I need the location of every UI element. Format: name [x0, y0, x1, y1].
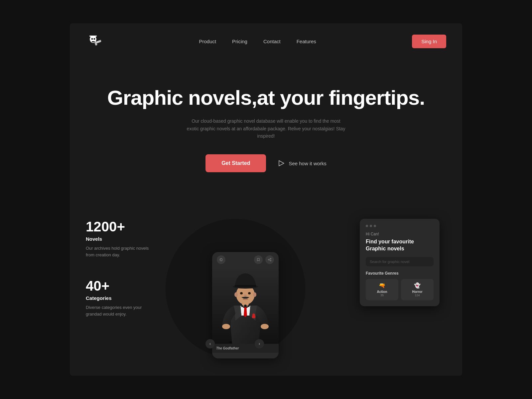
app-card-genres-title: Favourite Genres: [366, 271, 434, 276]
svg-point-8: [100, 40, 101, 41]
svg-rect-2: [89, 36, 97, 37]
svg-point-3: [91, 38, 93, 40]
hero-section: Graphic novels,at your fingertips. Our c…: [70, 59, 462, 192]
dot-2: [370, 225, 372, 227]
play-icon: [278, 160, 285, 167]
hero-buttons: Get Started See how it works: [86, 154, 446, 172]
svg-point-29: [249, 293, 250, 294]
stat-novels: 1200+ Novels Our archives hold graphic n…: [86, 219, 186, 258]
svg-point-19: [252, 314, 255, 316]
svg-point-13: [270, 260, 271, 261]
genre-horror-name: Horror: [404, 290, 431, 294]
stat-categories-desc: Diverse categories even your grandad wou…: [86, 304, 152, 317]
genres-grid: 🔫 Action 35 👻 Horror 124: [366, 279, 434, 300]
next-arrow[interactable]: ›: [255, 339, 264, 348]
nav-links: Product Pricing Contact Features: [199, 39, 316, 44]
dot-3: [374, 225, 376, 227]
svg-point-21: [261, 324, 269, 329]
see-how-label: See how it works: [289, 161, 326, 166]
app-card: Hi Can! Find your favourite Graphic nove…: [360, 219, 440, 306]
stat-novels-desc: Our archives hold graphic novels from cr…: [86, 245, 152, 258]
genre-horror[interactable]: 👻 Horror 124: [401, 279, 434, 300]
signin-button[interactable]: Sing In: [412, 35, 446, 48]
genre-action-name: Action: [368, 290, 396, 294]
svg-point-33: [244, 305, 247, 307]
nav-product[interactable]: Product: [199, 39, 216, 44]
phone-bookmark-btn[interactable]: [254, 255, 263, 264]
stat-novels-number: 1200+: [86, 219, 186, 235]
app-card-search[interactable]: Search for graphic novel: [366, 257, 434, 266]
logo: [86, 33, 103, 50]
visuals-area: The Godfather ‹ › Hi Can! Find your favo…: [186, 212, 446, 338]
hero-subtitle: Our cloud-based graphic novel database w…: [186, 117, 346, 140]
stat-novels-label: Novels: [86, 236, 186, 242]
phone-toolbar: [212, 252, 279, 267]
svg-point-4: [94, 38, 95, 40]
see-how-button[interactable]: See how it works: [278, 160, 326, 167]
svg-rect-5: [92, 41, 95, 42]
nav-features[interactable]: Features: [297, 39, 316, 44]
phone-back-btn[interactable]: [217, 255, 225, 264]
svg-line-15: [269, 260, 270, 261]
svg-point-28: [241, 293, 242, 294]
genre-horror-count: 124: [404, 294, 431, 297]
svg-marker-9: [279, 161, 284, 166]
app-card-dots: [366, 225, 434, 227]
nav-pricing[interactable]: Pricing: [232, 39, 247, 44]
svg-point-11: [270, 258, 271, 259]
stats-section: 1200+ Novels Our archives hold graphic n…: [70, 192, 462, 338]
nav-contact[interactable]: Contact: [263, 39, 281, 44]
svg-point-10: [220, 258, 222, 261]
svg-point-31: [234, 292, 238, 297]
logo-icon: [86, 33, 103, 50]
navbar: Product Pricing Contact Features Sing In: [70, 23, 462, 59]
svg-point-12: [268, 259, 269, 260]
genre-horror-icon: 👻: [404, 282, 431, 289]
phone-book-image: [212, 267, 279, 344]
app-card-greeting: Hi Can!: [366, 232, 434, 236]
get-started-button[interactable]: Get Started: [205, 154, 266, 172]
phone-share-btn[interactable]: [265, 255, 274, 264]
svg-line-14: [269, 259, 270, 260]
dot-1: [366, 225, 368, 227]
svg-point-32: [253, 292, 256, 297]
svg-point-20: [222, 324, 230, 329]
phone-nav-arrows: ‹ ›: [205, 339, 264, 348]
prev-arrow[interactable]: ‹: [205, 339, 215, 348]
hero-title: Graphic novels,at your fingertips.: [86, 86, 446, 109]
phone-toolbar-right: [254, 255, 274, 264]
svg-rect-25: [235, 285, 256, 287]
svg-point-30: [244, 295, 247, 297]
genre-action-count: 35: [368, 294, 396, 297]
genre-action[interactable]: 🔫 Action 35: [366, 279, 398, 300]
genre-action-icon: 🔫: [368, 282, 396, 289]
page-wrapper: Product Pricing Contact Features Sing In…: [70, 23, 462, 376]
app-card-title: Find your favourite Graphic novels: [366, 238, 434, 252]
